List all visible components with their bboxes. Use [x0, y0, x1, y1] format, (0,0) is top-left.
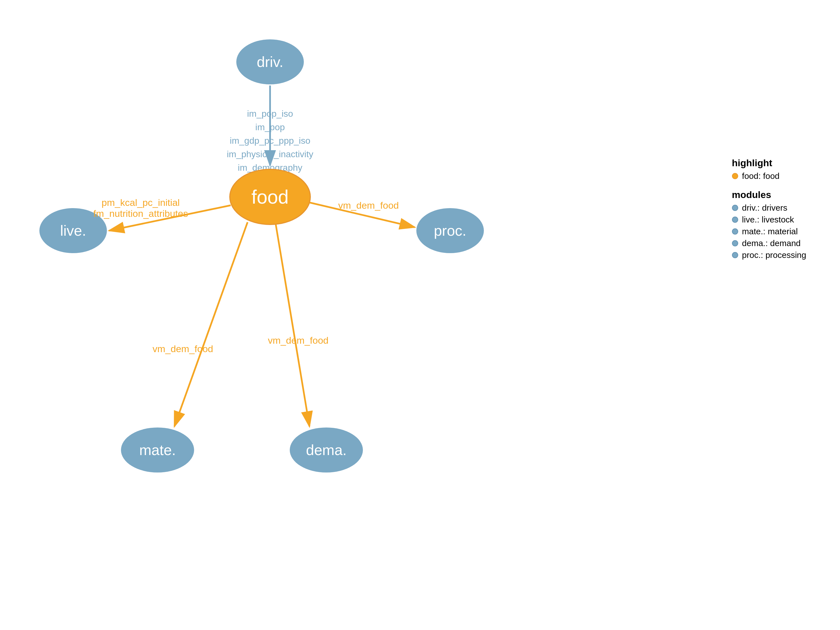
legend-dot-dema — [732, 240, 738, 246]
node-proc-label: proc. — [434, 222, 466, 239]
input-label-1: im_pop_iso — [227, 107, 313, 120]
legend-highlight-label: food: food — [742, 171, 780, 181]
node-mate[interactable]: mate. — [121, 428, 194, 472]
input-label-2: im_pop — [227, 120, 313, 134]
node-driv[interactable]: driv. — [236, 39, 304, 84]
legend-module-dema: dema.: demand — [732, 238, 806, 248]
legend-dot-food — [732, 173, 738, 179]
legend-highlight-title: highlight — [732, 158, 806, 169]
legend-module-dema-label: dema.: demand — [742, 238, 801, 248]
node-food-label: food — [251, 186, 289, 208]
node-dema-label: dema. — [306, 442, 347, 458]
legend-dot-driv — [732, 205, 738, 211]
legend-highlight-item: food: food — [732, 171, 806, 181]
node-dema[interactable]: dema. — [290, 428, 363, 472]
legend: highlight food: food modules driv.: driv… — [732, 158, 806, 262]
graph-container: im_pop_iso im_pop im_gdp_pc_ppp_iso im_p… — [0, 0, 840, 630]
node-proc[interactable]: proc. — [416, 208, 484, 253]
legend-module-mate: mate.: material — [732, 227, 806, 236]
legend-modules-title: modules — [732, 189, 806, 200]
legend-modules-section: modules driv.: drivers live.: livestock … — [732, 189, 806, 260]
edges-svg — [0, 0, 840, 630]
legend-module-proc: proc.: processing — [732, 250, 806, 260]
edge-label-proc: vm_dem_food — [338, 200, 399, 211]
legend-module-live-label: live.: livestock — [742, 215, 794, 224]
node-mate-label: mate. — [139, 442, 176, 458]
legend-dot-proc — [732, 252, 738, 258]
node-food[interactable]: food — [229, 169, 311, 225]
node-driv-label: driv. — [257, 54, 283, 70]
node-live-label: live. — [60, 222, 86, 239]
legend-dot-live — [732, 216, 738, 223]
input-label-4: im_physical_inactivity — [227, 147, 313, 161]
edge-label-live: pm_kcal_pc_initial fm_nutrition_attribut… — [93, 197, 188, 219]
edge-food-mate — [174, 222, 248, 426]
edge-food-dema — [276, 224, 309, 426]
edge-label-mate: vm_dem_food — [153, 343, 213, 354]
legend-module-driv-label: driv.: drivers — [742, 203, 787, 213]
legend-module-driv: driv.: drivers — [732, 203, 806, 213]
input-label-3: im_gdp_pc_ppp_iso — [227, 134, 313, 147]
legend-module-mate-label: mate.: material — [742, 227, 798, 236]
legend-module-live: live.: livestock — [732, 215, 806, 224]
legend-dot-mate — [732, 228, 738, 235]
legend-module-proc-label: proc.: processing — [742, 250, 806, 260]
edge-label-dema: vm_dem_food — [268, 335, 328, 346]
